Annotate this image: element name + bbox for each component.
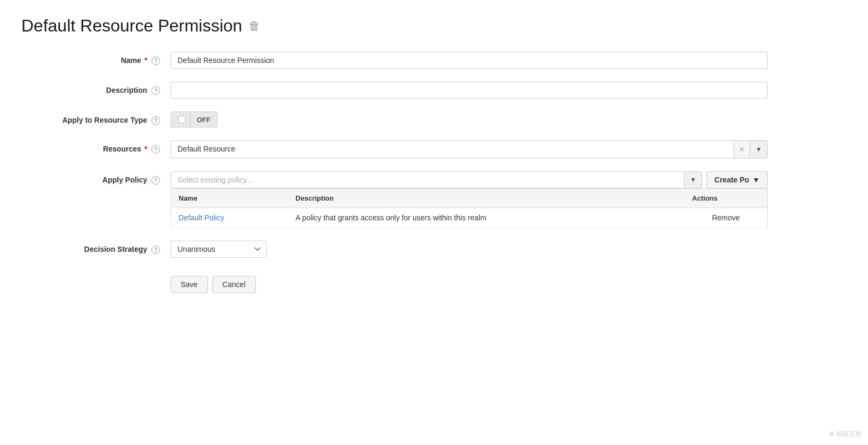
name-help-icon[interactable]: ? [151, 57, 160, 65]
policy-description-cell: A policy that grants access only for use… [288, 208, 685, 228]
policy-dropdown-arrow[interactable]: ▼ [684, 172, 702, 188]
col-actions: Actions [685, 189, 767, 208]
apply-policy-help-icon[interactable]: ? [151, 176, 160, 185]
decision-strategy-row: Decision Strategy ? UnanimousAffirmative… [21, 241, 768, 258]
resources-label: Resources * ? [21, 140, 171, 154]
policy-table-body: Default Policy A policy that grants acce… [171, 208, 768, 228]
policy-table: Name Description Actions Default Policy … [171, 188, 768, 228]
name-field [171, 52, 768, 69]
decision-strategy-field: UnanimousAffirmativeConsensus [171, 241, 768, 258]
resources-select[interactable]: Default Resource × ▼ [171, 140, 768, 158]
resources-field: Default Resource × ▼ [171, 140, 768, 158]
col-description: Description [288, 189, 685, 208]
policy-select-placeholder: Select existing policy... [171, 172, 684, 188]
apply-policy-field: Select existing policy... ▼ Create Po ▼ … [171, 171, 768, 228]
toggle-container: OFF [171, 112, 768, 128]
name-required: * [144, 56, 147, 65]
apply-resource-type-field: OFF [171, 112, 768, 128]
apply-resource-type-row: Apply to Resource Type ? OFF [21, 112, 768, 128]
description-row: Description ? [21, 82, 768, 99]
apply-resource-type-help-icon[interactable]: ? [151, 116, 160, 125]
table-row: Default Policy A policy that grants acce… [171, 208, 768, 228]
policy-name-link[interactable]: Default Policy [179, 213, 224, 222]
description-field [171, 82, 768, 99]
description-input[interactable] [171, 82, 768, 99]
toggle-track [171, 112, 190, 127]
action-buttons-row: Save Cancel [21, 271, 768, 293]
create-policy-label: Create Po [714, 176, 749, 184]
resources-clear-button[interactable]: × [734, 141, 750, 158]
policy-action-cell: Remove [685, 208, 767, 228]
resources-value: Default Resource [171, 141, 734, 158]
action-buttons-spacer [21, 271, 171, 275]
action-buttons: Save Cancel [171, 276, 768, 293]
save-button[interactable]: Save [171, 276, 208, 293]
page-title: Default Resource Permission [21, 16, 242, 36]
resources-required: * [144, 145, 147, 153]
policy-select[interactable]: Select existing policy... ▼ [171, 171, 702, 188]
name-input[interactable] [171, 52, 768, 69]
policy-input-row: Select existing policy... ▼ Create Po ▼ [171, 171, 768, 188]
toggle-knob [178, 116, 186, 123]
resources-help-icon[interactable]: ? [151, 145, 160, 154]
policy-table-header: Name Description Actions [171, 189, 768, 208]
resources-dropdown-arrow[interactable]: ▼ [750, 141, 767, 158]
decision-strategy-help-icon[interactable]: ? [151, 245, 160, 254]
toggle-label: OFF [190, 113, 217, 127]
name-label: Name * ? [21, 52, 171, 65]
create-policy-arrow: ▼ [752, 176, 760, 184]
description-help-icon[interactable]: ? [151, 86, 160, 95]
toggle-button[interactable]: OFF [171, 112, 218, 128]
page-header: Default Resource Permission 🗑 [21, 16, 768, 36]
name-row: Name * ? [21, 52, 768, 69]
cancel-button[interactable]: Cancel [212, 276, 256, 293]
remove-policy-button[interactable]: Remove [712, 213, 740, 222]
apply-policy-label: Apply Policy ? [21, 171, 171, 185]
decision-strategy-select[interactable]: UnanimousAffirmativeConsensus [171, 241, 267, 258]
apply-resource-type-label: Apply to Resource Type ? [21, 112, 171, 125]
resources-row: Resources * ? Default Resource × ▼ [21, 140, 768, 158]
action-buttons-field: Save Cancel [171, 271, 768, 293]
description-label: Description ? [21, 82, 171, 95]
decision-strategy-label: Decision Strategy ? [21, 241, 171, 254]
apply-policy-row: Apply Policy ? Select existing policy...… [21, 171, 768, 228]
delete-icon[interactable]: 🗑 [248, 19, 260, 33]
policy-table-header-row: Name Description Actions [171, 189, 768, 208]
col-name: Name [171, 189, 288, 208]
create-policy-button[interactable]: Create Po ▼ [706, 171, 768, 188]
policy-name-cell: Default Policy [171, 208, 288, 228]
form-container: Default Resource Permission 🗑 Name * ? D… [21, 16, 768, 293]
